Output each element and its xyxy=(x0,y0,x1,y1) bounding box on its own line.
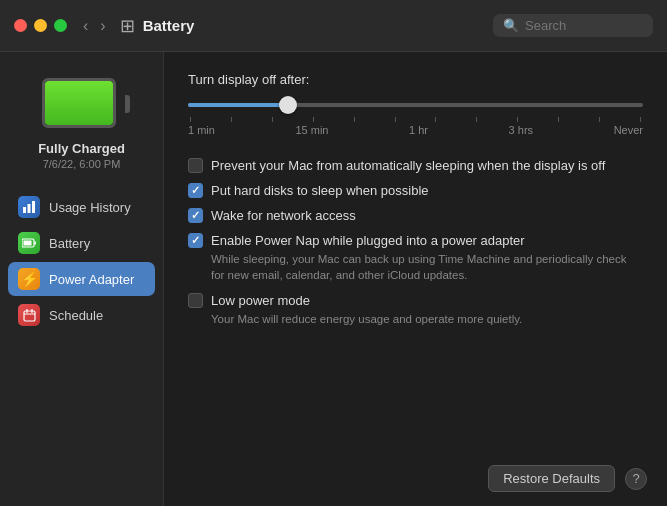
slider-track xyxy=(188,103,643,107)
option-power-nap: ✓ Enable Power Nap while plugged into a … xyxy=(188,233,643,283)
battery-body xyxy=(42,78,116,128)
slider-label-never: Never xyxy=(614,124,643,136)
slider-ticks xyxy=(188,117,643,122)
svg-rect-1 xyxy=(28,204,31,213)
schedule-icon xyxy=(18,304,40,326)
tick xyxy=(395,117,396,122)
slider-label-1hr: 1 hr xyxy=(409,124,428,136)
tick xyxy=(476,117,477,122)
hard-disk-sleep-label: Put hard disks to sleep when possible xyxy=(211,183,429,198)
tick xyxy=(354,117,355,122)
battery-nub xyxy=(125,95,130,113)
fullscreen-button[interactable] xyxy=(54,19,67,32)
display-sleep-slider-section: Turn display off after: xyxy=(188,72,643,136)
slider-track-wrapper[interactable] xyxy=(188,95,643,115)
svg-rect-6 xyxy=(24,311,35,321)
usage-history-icon xyxy=(18,196,40,218)
power-nap-sub: While sleeping, your Mac can back up usi… xyxy=(188,251,643,283)
check-icon: ✓ xyxy=(191,185,200,196)
help-button[interactable]: ? xyxy=(625,468,647,490)
slider-thumb[interactable] xyxy=(279,96,297,114)
option-prevent-sleep: Prevent your Mac from automatically slee… xyxy=(188,158,643,173)
sidebar-item-label: Battery xyxy=(49,236,90,251)
bottom-bar: Restore Defaults ? xyxy=(488,465,647,492)
tick xyxy=(517,117,518,122)
svg-rect-0 xyxy=(23,207,26,213)
sidebar: Fully Charged 7/6/22, 6:00 PM Usage Hist… xyxy=(0,52,164,506)
power-nap-checkbox[interactable]: ✓ xyxy=(188,233,203,248)
option-wake-network: ✓ Wake for network access xyxy=(188,208,643,223)
battery-icon xyxy=(18,232,40,254)
slider-label-1min: 1 min xyxy=(188,124,215,136)
prevent-sleep-checkbox[interactable] xyxy=(188,158,203,173)
low-power-checkbox[interactable] xyxy=(188,293,203,308)
tick xyxy=(558,117,559,122)
sidebar-item-usage-history[interactable]: Usage History xyxy=(8,190,155,224)
option-main: ✓ Wake for network access xyxy=(188,208,643,223)
forward-button[interactable]: › xyxy=(96,18,109,34)
low-power-label: Low power mode xyxy=(211,293,310,308)
check-icon: ✓ xyxy=(191,235,200,246)
option-low-power: Low power mode Your Mac will reduce ener… xyxy=(188,293,643,327)
hard-disk-sleep-checkbox[interactable]: ✓ xyxy=(188,183,203,198)
grid-icon: ⊞ xyxy=(120,15,135,37)
check-icon: ✓ xyxy=(191,210,200,221)
svg-rect-5 xyxy=(24,241,32,246)
tick xyxy=(231,117,232,122)
main-content: Turn display off after: xyxy=(164,52,667,506)
traffic-lights xyxy=(14,19,67,32)
slider-fill xyxy=(188,103,288,107)
tick xyxy=(272,117,273,122)
sidebar-item-label: Power Adapter xyxy=(49,272,134,287)
low-power-sub: Your Mac will reduce energy usage and op… xyxy=(188,311,643,327)
tick xyxy=(640,117,641,122)
titlebar: ‹ › ⊞ Battery 🔍 xyxy=(0,0,667,52)
prevent-sleep-label: Prevent your Mac from automatically slee… xyxy=(211,158,605,173)
tick xyxy=(313,117,314,122)
option-main: ✓ Enable Power Nap while plugged into a … xyxy=(188,233,643,248)
battery-status: Fully Charged xyxy=(38,141,125,156)
slider-labels: 1 min 15 min 1 hr 3 hrs Never xyxy=(188,124,643,136)
option-main: ✓ Put hard disks to sleep when possible xyxy=(188,183,643,198)
search-icon: 🔍 xyxy=(503,18,519,33)
close-button[interactable] xyxy=(14,19,27,32)
tick xyxy=(190,117,191,122)
minimize-button[interactable] xyxy=(34,19,47,32)
tick xyxy=(435,117,436,122)
tick xyxy=(599,117,600,122)
options-list: Prevent your Mac from automatically slee… xyxy=(188,158,643,327)
option-main: Low power mode xyxy=(188,293,643,308)
power-nap-label: Enable Power Nap while plugged into a po… xyxy=(211,233,525,248)
option-hard-disk-sleep: ✓ Put hard disks to sleep when possible xyxy=(188,183,643,198)
back-button[interactable]: ‹ xyxy=(79,18,92,34)
wake-network-checkbox[interactable]: ✓ xyxy=(188,208,203,223)
nav-arrows: ‹ › xyxy=(79,18,110,34)
app-layout: Fully Charged 7/6/22, 6:00 PM Usage Hist… xyxy=(0,52,667,506)
sidebar-item-battery[interactable]: Battery xyxy=(8,226,155,260)
svg-rect-2 xyxy=(32,201,35,213)
sidebar-item-label: Usage History xyxy=(49,200,131,215)
sidebar-nav: Usage History Battery ⚡ Power Adapter xyxy=(0,190,163,332)
battery-date: 7/6/22, 6:00 PM xyxy=(43,158,121,170)
slider-label-15min: 15 min xyxy=(295,124,328,136)
option-main: Prevent your Mac from automatically slee… xyxy=(188,158,643,173)
search-box: 🔍 xyxy=(493,14,653,37)
restore-defaults-button[interactable]: Restore Defaults xyxy=(488,465,615,492)
slider-label: Turn display off after: xyxy=(188,72,643,87)
slider-label-3hrs: 3 hrs xyxy=(509,124,533,136)
battery-graphic xyxy=(42,76,122,131)
battery-fill xyxy=(45,81,113,125)
sidebar-item-power-adapter[interactable]: ⚡ Power Adapter xyxy=(8,262,155,296)
sidebar-item-schedule[interactable]: Schedule xyxy=(8,298,155,332)
power-adapter-icon: ⚡ xyxy=(18,268,40,290)
svg-rect-4 xyxy=(35,242,37,245)
wake-network-label: Wake for network access xyxy=(211,208,356,223)
window-title: Battery xyxy=(143,17,493,34)
sidebar-item-label: Schedule xyxy=(49,308,103,323)
search-input[interactable] xyxy=(525,18,645,33)
